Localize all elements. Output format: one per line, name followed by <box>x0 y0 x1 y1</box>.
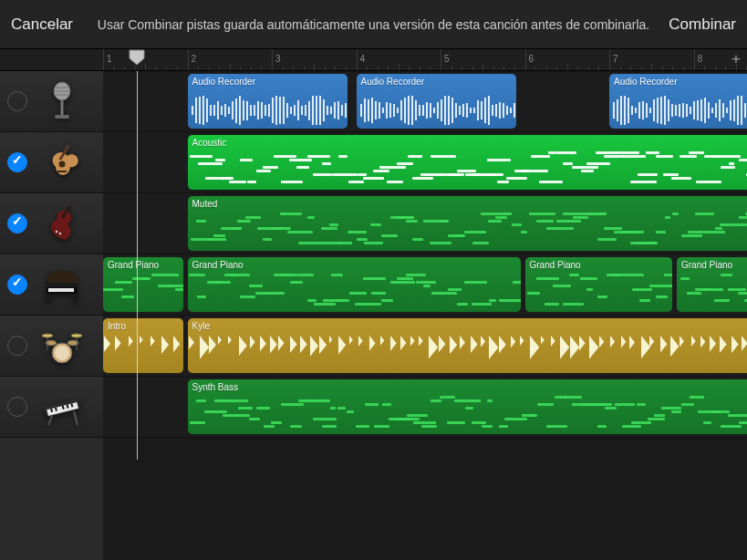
region[interactable]: Grand Piano <box>188 257 521 312</box>
track-row-drums[interactable]: IntroKyle <box>103 316 747 377</box>
track-header-piano[interactable] <box>0 254 103 316</box>
track-header-mic[interactable] <box>0 71 103 132</box>
svg-point-21 <box>71 334 82 337</box>
header-bar: Cancelar Usar Combinar pistas guarda aut… <box>0 0 747 49</box>
region-label: Intro <box>103 318 183 331</box>
ruler-bar: 7 <box>609 49 618 70</box>
ruler[interactable]: + 12345678 <box>103 49 747 71</box>
region[interactable]: Grand Piano <box>677 257 747 312</box>
region[interactable]: Kyle <box>188 318 748 373</box>
svg-point-10 <box>55 231 57 233</box>
header-message: Usar Combinar pistas guarda automáticame… <box>98 17 649 32</box>
svg-point-20 <box>42 334 53 337</box>
timeline[interactable]: + 12345678 Audio RecorderAudio RecorderA… <box>103 49 747 560</box>
track-header-drums[interactable] <box>0 316 103 377</box>
combine-button[interactable]: Combinar <box>667 12 738 37</box>
track-select-checkbox[interactable] <box>7 336 27 356</box>
region[interactable]: Intro <box>103 318 183 373</box>
ruler-bar: 8 <box>694 49 703 70</box>
bass-guitar-icon <box>36 199 87 249</box>
region-label: Audio Recorder <box>609 74 747 87</box>
svg-rect-1 <box>55 115 69 119</box>
region-label: Grand Piano <box>677 257 747 270</box>
region-label: Grand Piano <box>188 257 521 270</box>
ruler-bar: 5 <box>441 49 450 70</box>
region-label: Acoustic <box>188 135 748 148</box>
region[interactable]: Acoustic <box>188 135 748 190</box>
microphone-icon <box>36 77 87 127</box>
track-row-bass[interactable]: Muted <box>103 193 747 254</box>
playhead-handle[interactable] <box>129 49 145 66</box>
region-label: Kyle <box>188 318 748 331</box>
region-label: Grand Piano <box>103 257 183 270</box>
track-select-checkbox[interactable] <box>7 91 27 111</box>
ruler-bar: 1 <box>103 49 112 70</box>
track-header-acoustic-guitar[interactable] <box>0 132 103 193</box>
cancel-button[interactable]: Cancelar <box>9 12 75 37</box>
track-headers-column <box>0 49 103 560</box>
track-select-checkbox[interactable] <box>7 213 27 233</box>
region[interactable]: Synth Bass <box>188 379 748 434</box>
track-select-checkbox[interactable] <box>7 397 27 417</box>
keyboard-icon <box>36 382 87 432</box>
drum-kit-icon <box>36 321 87 371</box>
region[interactable]: Grand Piano <box>103 257 183 312</box>
svg-point-11 <box>58 233 60 234</box>
region[interactable]: Audio Recorder <box>188 74 348 129</box>
track-header-synth[interactable] <box>0 377 103 438</box>
ruler-bar: 3 <box>272 49 281 70</box>
acoustic-guitar-icon <box>36 138 87 188</box>
region-label: Muted <box>188 196 748 209</box>
svg-rect-15 <box>74 294 78 303</box>
region-label: Audio Recorder <box>188 74 348 87</box>
ruler-bar: 2 <box>188 49 197 70</box>
track-row-synth[interactable]: Synth Bass <box>103 377 747 438</box>
track-row-acoustic-guitar[interactable]: Acoustic <box>103 132 747 193</box>
track-select-checkbox[interactable] <box>7 152 27 172</box>
track-row-mic[interactable]: Audio RecorderAudio RecorderAudio Record… <box>103 71 747 132</box>
region[interactable]: Grand Piano <box>525 257 673 312</box>
region[interactable]: Audio Recorder <box>357 74 517 129</box>
svg-rect-8 <box>57 171 67 172</box>
svg-line-31 <box>48 416 52 425</box>
track-select-checkbox[interactable] <box>7 275 27 295</box>
track-row-piano[interactable]: Grand PianoGrand PianoGrand PianoGrand P… <box>103 254 747 316</box>
svg-point-6 <box>58 161 65 168</box>
svg-point-17 <box>55 346 69 360</box>
region-label: Audio Recorder <box>357 74 517 87</box>
piano-icon <box>36 260 87 310</box>
ruler-bar: 6 <box>525 49 534 70</box>
svg-line-32 <box>74 411 78 425</box>
region[interactable]: Muted <box>188 196 748 251</box>
track-header-bass[interactable] <box>0 193 103 254</box>
region-label: Synth Bass <box>188 379 748 392</box>
svg-rect-14 <box>47 294 50 303</box>
region[interactable]: Audio Recorder <box>609 74 747 129</box>
ruler-bar: 4 <box>357 49 366 70</box>
region-label: Grand Piano <box>525 257 673 270</box>
svg-rect-13 <box>48 288 74 292</box>
